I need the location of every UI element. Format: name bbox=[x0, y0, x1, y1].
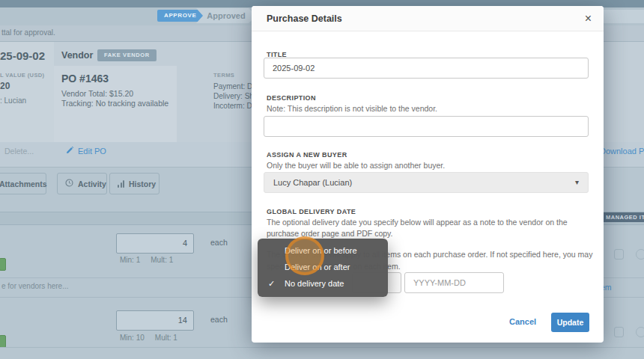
po-number: PO #1463 bbox=[61, 73, 109, 85]
title-input[interactable] bbox=[264, 58, 589, 79]
item-status-badge bbox=[0, 335, 6, 348]
clock-icon bbox=[65, 179, 73, 188]
vendor-total: Vendor Total: $15.20 bbox=[61, 89, 133, 98]
delivery-type-dropdown: Deliver on or before Deliver on or after… bbox=[258, 239, 388, 297]
unit-label-row1: each bbox=[210, 238, 228, 247]
status-circle-icon[interactable] bbox=[636, 327, 644, 337]
tab-history[interactable]: History bbox=[109, 173, 160, 194]
vendor-note-placeholder[interactable]: e for vendors here... bbox=[1, 282, 69, 290]
description-input[interactable] bbox=[264, 116, 589, 137]
terms-heading: TERMS bbox=[213, 72, 234, 79]
pencil-icon bbox=[66, 146, 74, 156]
terms-incoterm: Incoterm: D bbox=[213, 102, 252, 110]
approve-button[interactable]: APPROVE bbox=[157, 10, 203, 22]
click-highlight-circle bbox=[285, 236, 324, 275]
terms-payment: Payment: D bbox=[213, 82, 252, 90]
mult-value: Mult: 1 bbox=[155, 334, 177, 342]
min-mult-row2: Min: 10 Mult: 1 bbox=[120, 334, 177, 342]
app-screen: APPROVE Approved ttal for approval. 25-0… bbox=[0, 0, 644, 359]
delete-po-link[interactable]: Delete... bbox=[4, 147, 34, 156]
buyer-field-label: ASSIGN A NEW BUYER bbox=[267, 151, 347, 159]
item-status-badge bbox=[0, 258, 6, 271]
total-value: 20 bbox=[0, 81, 10, 91]
quantity-input-row2[interactable]: 14 bbox=[116, 310, 194, 331]
min-mult-row1: Min: 1 Mult: 1 bbox=[120, 256, 173, 264]
delivery-date-input[interactable] bbox=[404, 272, 504, 293]
tab-attachments-label: Attachments bbox=[0, 180, 47, 188]
modal-title: Purchase Details bbox=[267, 13, 342, 24]
buyer-note: Only the buyer will be able to assign an… bbox=[267, 161, 445, 170]
dropdown-option-no-delivery-date[interactable]: ✓ No delivery date bbox=[258, 275, 388, 292]
po-title-date: 25-09-02 bbox=[0, 49, 45, 62]
managed-item-badge: MANAGED ITEM bbox=[601, 212, 644, 222]
approved-status-step: Approved bbox=[196, 8, 256, 23]
vendor-name-badge: FAKE VENDOR bbox=[97, 49, 157, 61]
update-button[interactable]: Update bbox=[551, 313, 589, 332]
buyer-name: : Lucian bbox=[0, 96, 26, 105]
tab-activity[interactable]: Activity bbox=[57, 173, 107, 194]
quantity-input-row1[interactable]: 4 bbox=[116, 233, 194, 254]
approval-note-text: ttal for approval. bbox=[1, 28, 55, 37]
buyer-selected-value: Lucy Chapar (Lucian) bbox=[273, 178, 352, 187]
check-icon: ✓ bbox=[268, 275, 275, 292]
delivery-note: The optional delivery date you specify b… bbox=[267, 217, 592, 239]
next-status-step bbox=[604, 10, 644, 23]
bar-chart-icon bbox=[118, 180, 124, 188]
description-field-label: DESCRIPTION bbox=[267, 94, 316, 102]
chevron-down-icon: ▾ bbox=[575, 173, 579, 192]
buyer-select[interactable]: Lucy Chapar (Lucian) ▾ bbox=[264, 172, 589, 193]
status-circle-icon[interactable] bbox=[636, 249, 644, 260]
tab-history-label: History bbox=[129, 180, 156, 188]
terms-delivery: Delivery: Sh bbox=[213, 92, 254, 100]
description-note: Note: This description is not visible to… bbox=[267, 104, 437, 113]
edit-po-label: Edit PO bbox=[78, 147, 106, 156]
document-icon[interactable] bbox=[614, 249, 624, 260]
total-value-label: L VALUE (USD) bbox=[0, 72, 45, 79]
min-value: Min: 1 bbox=[120, 256, 140, 264]
tab-activity-label: Activity bbox=[78, 180, 106, 188]
mult-value: Mult: 1 bbox=[151, 256, 173, 264]
tab-attachments[interactable]: Attachments bbox=[0, 173, 46, 194]
row-divider bbox=[0, 347, 644, 348]
vendor-heading: Vendor bbox=[61, 50, 93, 61]
close-icon[interactable]: × bbox=[585, 11, 592, 26]
cancel-button[interactable]: Cancel bbox=[509, 317, 536, 326]
document-icon[interactable] bbox=[614, 327, 624, 337]
download-po-link[interactable]: Download PO bbox=[600, 147, 644, 156]
dropdown-option-label: No delivery date bbox=[285, 279, 344, 288]
tracking-status: Tracking: No tracking available bbox=[61, 99, 168, 108]
edit-po-link[interactable]: Edit PO bbox=[66, 146, 106, 156]
unit-label-row2: each bbox=[210, 315, 228, 324]
min-value: Min: 10 bbox=[120, 334, 145, 342]
delivery-field-label: GLOBAL DELIVERY DATE bbox=[267, 208, 356, 215]
